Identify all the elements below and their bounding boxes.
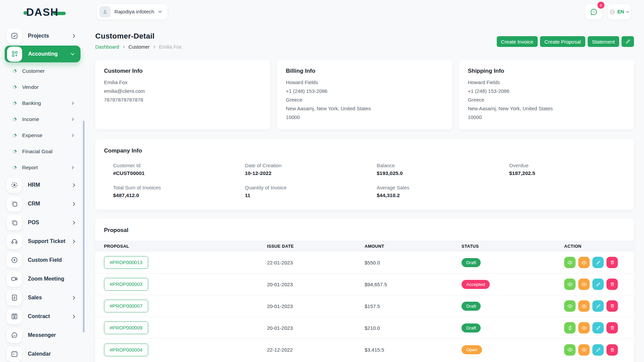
view-button[interactable] (564, 257, 576, 268)
sidebar-item-zoom-meeting[interactable]: Zoom Meeting (0, 269, 86, 288)
delete-button[interactable] (606, 279, 618, 290)
sidebar-item-report[interactable]: Report (0, 160, 86, 176)
notification-badge: 0 (597, 2, 604, 9)
column-header-issue-date: ISSUE DATE (267, 244, 365, 249)
accounting-icon (7, 47, 22, 62)
proposal-section-title: Proposal (95, 219, 634, 241)
edit-button[interactable] (592, 257, 604, 268)
preview-button[interactable] (578, 257, 590, 268)
proposal-id-button[interactable]: #PROP000004 (104, 344, 148, 356)
billing-info-card: Billing Info Howard Fields +1 (248) 153-… (277, 60, 452, 129)
breadcrumb-dashboard[interactable]: Dashboard (95, 44, 119, 50)
billing-phone: +1 (248) 153-2086 (286, 87, 443, 96)
proposal-card: Proposal PROPOSAL ISSUE DATE AMOUNT STAT… (95, 219, 634, 362)
preview-button[interactable] (578, 344, 590, 356)
preview-button[interactable] (578, 322, 590, 334)
view-button[interactable] (564, 279, 576, 290)
proposal-id-button[interactable]: #PROP000009 (104, 321, 148, 334)
chevron-right-icon (72, 133, 74, 137)
amount-cell: $210.0 (365, 325, 462, 331)
sidebar-item-calendar[interactable]: Calendar (0, 345, 86, 362)
column-header-proposal: PROPOSAL (95, 244, 267, 249)
customer-email: emilia@client.com (104, 87, 261, 96)
edit-button[interactable] (592, 300, 604, 312)
bullet-icon (13, 134, 16, 137)
workspace-name: Rajodiya infotech (114, 9, 154, 15)
sidebar-item-banking[interactable]: Banking (0, 95, 86, 111)
globe-icon (609, 9, 615, 15)
delete-button[interactable] (606, 344, 618, 356)
card-title: Billing Info (286, 68, 443, 74)
app-logo[interactable]: DASH (23, 6, 66, 18)
workspace-dropdown[interactable]: Rajodiya infotech (97, 4, 167, 19)
field-quantity-of-invoice: Quantity of Invoice 11 (245, 185, 377, 198)
sidebar-item-label: Sales (28, 295, 42, 301)
sidebar-item-label: Report (22, 165, 38, 171)
field-date-of-creation: Date of Creation 10-12-2022 (245, 163, 377, 176)
billing-zip: 10000 (286, 113, 443, 122)
sidebar-item-label: Messenger (28, 332, 56, 338)
delete-button[interactable] (606, 322, 618, 334)
breadcrumb-current: Emilia Fox (159, 44, 182, 50)
sidebar: Projects Accounting Customer Vendor Bank… (0, 23, 86, 362)
proposal-id-button[interactable]: #PROP000003 (104, 278, 148, 291)
shipping-address: New Aasamj, New York, United States (468, 104, 625, 113)
chevron-down-icon (70, 53, 75, 55)
amount-cell: $94,657.5 (365, 282, 462, 287)
statement-button[interactable]: Statement (588, 36, 619, 47)
chevron-down-icon (626, 11, 629, 13)
sidebar-item-accounting[interactable]: Accounting (5, 46, 80, 62)
shipping-phone: +1 (248) 153-2086 (468, 87, 625, 96)
billing-name: Howard Fields (286, 78, 443, 87)
sidebar-item-support-ticket[interactable]: Support Ticket (0, 232, 86, 251)
sidebar-item-customer[interactable]: Customer (0, 63, 86, 79)
sidebar-item-expense[interactable]: Expense (0, 127, 86, 143)
proposal-id-button[interactable]: #PROP000007 (104, 300, 148, 312)
convert-button[interactable] (564, 322, 576, 334)
sidebar-item-vendor[interactable]: Vendor (0, 79, 86, 95)
proposal-id-button[interactable]: #PROP000013 (104, 256, 148, 269)
edit-button[interactable] (592, 344, 604, 356)
create-proposal-button[interactable]: Create Proposal (540, 36, 585, 47)
sidebar-item-label: Finacial Goal (22, 148, 52, 155)
sidebar-item-pos[interactable]: POS (0, 213, 86, 232)
edit-customer-button[interactable] (622, 36, 634, 47)
preview-button[interactable] (578, 279, 590, 290)
chevron-right-icon (73, 34, 75, 38)
view-button[interactable] (564, 344, 576, 356)
sidebar-item-label: HRM (28, 182, 40, 188)
create-invoice-button[interactable]: Create Invoice (497, 36, 538, 47)
sidebar-item-custom-field[interactable]: Custom Field (0, 251, 86, 269)
language-selector[interactable]: EN (608, 4, 631, 19)
table-row: #PROP000013 22-01-2023 $550.0 Draft (95, 252, 634, 274)
sidebar-scrollbar[interactable] (83, 121, 85, 333)
customer-phone: 78787878787878 (104, 96, 261, 104)
field-average-sales: Average Sales $44,310.2 (377, 185, 509, 198)
chevron-right-icon (153, 45, 155, 49)
chevron-right-icon (73, 239, 75, 244)
delete-button[interactable] (606, 257, 618, 268)
sidebar-item-label: Accounting (28, 51, 58, 57)
sidebar-item-contract[interactable]: Contract (0, 307, 86, 326)
edit-button[interactable] (592, 279, 604, 290)
chevron-right-icon (73, 314, 75, 319)
bullet-icon (13, 69, 16, 73)
sidebar-item-sales[interactable]: Sales (0, 288, 86, 307)
breadcrumb-customer[interactable]: Customer (128, 44, 150, 50)
bullet-icon (13, 102, 16, 105)
billing-address: New Aasamj, New York, United States (286, 104, 443, 113)
sidebar-item-projects[interactable]: Projects (0, 27, 86, 45)
delete-button[interactable] (606, 300, 618, 312)
sidebar-item-hrm[interactable]: HRM (0, 176, 86, 194)
preview-button[interactable] (578, 300, 590, 312)
sidebar-item-financial-goal[interactable]: Finacial Goal (0, 143, 86, 160)
card-title: Customer Info (104, 68, 261, 74)
sidebar-item-income[interactable]: Income (0, 111, 86, 127)
sidebar-item-crm[interactable]: CRM (0, 194, 86, 213)
shipping-country: Greece (468, 96, 625, 104)
issue-date-cell: 22-01-2023 (267, 260, 365, 265)
messages-button[interactable]: 0 (585, 4, 602, 19)
sidebar-item-messenger[interactable]: Messenger (0, 326, 86, 345)
view-button[interactable] (564, 300, 576, 312)
edit-button[interactable] (592, 322, 604, 334)
